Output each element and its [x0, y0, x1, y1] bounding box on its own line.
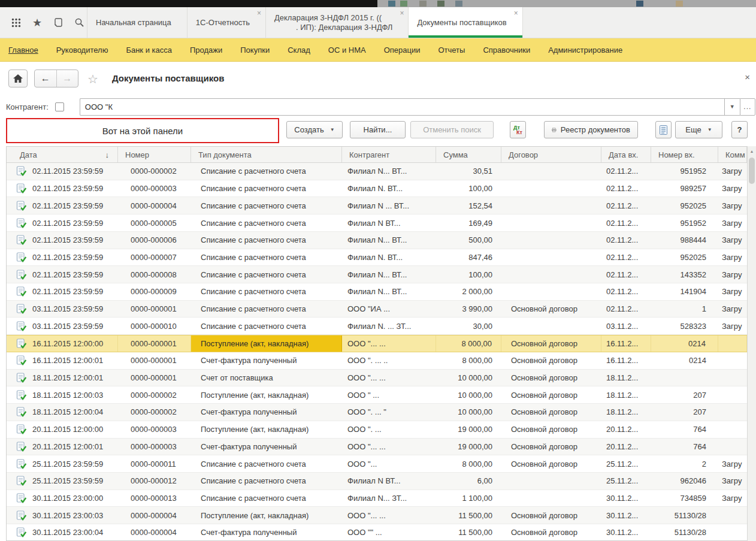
page-close-icon[interactable]: ×	[745, 72, 750, 82]
menu-item-3[interactable]: Продажи	[181, 46, 231, 55]
home-button[interactable]	[8, 69, 28, 87]
table-row[interactable]: 02.11.2015 23:59:59 0000-000007 Списание…	[7, 249, 747, 267]
cell-comment: Загру	[718, 301, 747, 318]
table-row[interactable]: 02.11.2015 23:59:59 0000-000003 Списание…	[7, 180, 747, 198]
table-row[interactable]: 18.11.2015 12:00:04 0000-000002 Счет-фак…	[7, 404, 747, 421]
cell-doc-type: Списание с расчетного счета	[191, 180, 342, 197]
table-row[interactable]: 03.11.2015 23:59:59 0000-000010 Списание…	[7, 318, 747, 335]
table-row[interactable]: 18.11.2015 12:00:03 0000-000002 Поступле…	[7, 386, 747, 404]
table-row[interactable]: 02.11.2015 23:59:59 0000-000004 Списание…	[7, 197, 747, 214]
cell-counterparty: Филиал N. ВТ...	[342, 249, 436, 266]
create-button[interactable]: Создать ▼	[286, 121, 343, 138]
menu-item-8[interactable]: Отчеты	[429, 46, 474, 55]
cell-date-in: 03.11.2...	[601, 318, 651, 334]
table-row[interactable]: 30.11.2015 23:00:04 0000-000004 Счет-фак…	[7, 524, 747, 541]
menu-grid-icon[interactable]	[10, 17, 22, 29]
cell-number-in: 0214	[651, 352, 718, 369]
cell-number: 0000-000012	[118, 473, 191, 489]
scrollbar-thumb[interactable]	[749, 158, 755, 184]
menu-item-1[interactable]: Руководителю	[47, 46, 117, 55]
cell-comment	[718, 404, 747, 421]
table-row[interactable]: 20.11.2015 12:00:01 0000-000003 Счет-фак…	[7, 439, 747, 456]
table-row[interactable]: 18.11.2015 12:00:01 0000-000001 Счет от …	[7, 370, 747, 387]
tab-close-icon[interactable]: ×	[257, 10, 261, 16]
history-icon[interactable]	[52, 17, 64, 29]
column-header-counterparty[interactable]: Контрагент	[342, 147, 436, 162]
cell-contract	[501, 163, 601, 180]
table-row[interactable]: 02.11.2015 23:59:59 0000-000008 Списание…	[7, 266, 747, 283]
cell-contract	[501, 318, 601, 334]
column-header-contract[interactable]: Договор	[501, 147, 601, 162]
cell-counterparty: Филиал N. ... ЗТ...	[342, 318, 436, 334]
table-row[interactable]: 25.11.2015 23:59:59 0000-000011 Списание…	[7, 455, 747, 473]
table-row[interactable]: 20.11.2015 12:00:00 0000-000003 Поступле…	[7, 421, 747, 439]
tab-declaration-3ndfl[interactable]: Декларация 3-НДФЛ 2015 г. (( . ИП): Декл…	[265, 7, 408, 38]
search-icon[interactable]	[73, 17, 85, 29]
documents-table: Дата ↓ Номер Тип документа Контрагент Су…	[6, 146, 747, 541]
forward-button[interactable]: →	[57, 70, 78, 87]
counterparty-checkbox[interactable]	[55, 102, 64, 111]
tab-home-page[interactable]: Начальная страница	[87, 7, 187, 38]
cell-number-in: 528323	[651, 318, 718, 334]
table-row[interactable]: 02.11.2015 23:59:59 0000-000006 Списание…	[7, 232, 747, 249]
column-header-number-in[interactable]: Номер вх.	[651, 147, 718, 162]
table-row[interactable]: 16.11.2015 12:00:01 0000-000001 Счет-фак…	[7, 352, 747, 370]
cell-date: 16.11.2015 12:00:00	[32, 339, 103, 348]
cell-counterparty: ООО "... ...	[342, 370, 436, 386]
help-button[interactable]: ?	[731, 121, 748, 138]
scroll-up-icon[interactable]: ▲	[748, 146, 756, 156]
menu-item-0[interactable]: Главное	[8, 46, 47, 55]
column-header-doc-type[interactable]: Тип документа	[191, 147, 342, 162]
taskbar-icon	[400, 1, 407, 7]
column-header-sum[interactable]: Сумма	[436, 147, 501, 162]
column-header-date-in[interactable]: Дата вх.	[601, 147, 651, 162]
table-row[interactable]: 16.11.2015 12:00:00 0000-000001 Поступле…	[7, 335, 747, 352]
print-list-button[interactable]	[655, 121, 672, 138]
cell-sum: 10 000,00	[436, 404, 501, 421]
cell-comment: Загру	[718, 318, 747, 334]
counterparty-input[interactable]: ООО "К	[80, 98, 724, 116]
table-row[interactable]: 25.11.2015 23:59:59 0000-000012 Списание…	[7, 473, 747, 490]
find-button[interactable]: Найти...	[350, 121, 406, 138]
cell-counterparty: Филиал N. ВТ...	[342, 180, 436, 197]
table-row[interactable]: 03.11.2015 23:59:59 0000-000001 Списание…	[7, 301, 747, 318]
table-row[interactable]: 02.11.2015 23:59:59 0000-000002 Списание…	[7, 163, 747, 180]
tab-supplier-documents[interactable]: Документы поставщиков ×	[408, 7, 522, 38]
tab-close-icon[interactable]: ×	[514, 10, 518, 16]
menu-item-7[interactable]: Операции	[375, 46, 430, 55]
column-header-number[interactable]: Номер	[118, 147, 191, 162]
table-row[interactable]: 30.11.2015 23:00:03 0000-000004 Поступле…	[7, 507, 747, 524]
counterparty-dropdown-icon[interactable]: ▼	[724, 98, 740, 116]
menu-item-4[interactable]: Покупки	[231, 46, 279, 55]
cell-counterparty: Филиал N... ЗТ...	[342, 490, 436, 507]
menu-item-2[interactable]: Банк и касса	[117, 46, 181, 55]
counterparty-choose-button[interactable]: ...	[740, 98, 755, 116]
menu-item-6[interactable]: ОС и НМА	[319, 46, 375, 55]
cell-date: 20.11.2015 12:00:01	[32, 442, 103, 451]
cell-date-in: 30.11.2...	[601, 490, 651, 507]
os-top-strip	[0, 0, 756, 7]
cell-number-in: 962046	[651, 473, 718, 489]
tab-1c-reporting[interactable]: 1С-Отчетность ×	[187, 7, 265, 38]
menu-item-10[interactable]: Администрирование	[539, 46, 631, 55]
vertical-scrollbar[interactable]: ▲	[747, 146, 756, 541]
show-postings-dtkt-button[interactable]: Дт Кт	[510, 121, 526, 138]
menu-item-5[interactable]: Склад	[279, 46, 319, 55]
menu-item-9[interactable]: Справочники	[474, 46, 539, 55]
table-row[interactable]: 02.11.2015 23:59:59 0000-000009 Списание…	[7, 283, 747, 301]
document-registry-button[interactable]: Реестр документов	[544, 121, 638, 138]
back-button[interactable]: ←	[35, 70, 57, 87]
more-button[interactable]: Еще ▼	[675, 121, 722, 138]
add-to-favorites-star-icon[interactable]: ☆	[87, 72, 98, 86]
cell-doc-type: Списание с расчетного счета	[191, 232, 342, 249]
table-row[interactable]: 30.11.2015 23:00:00 0000-000013 Списание…	[7, 490, 747, 507]
table-row[interactable]: 02.11.2015 23:59:59 0000-000005 Списание…	[7, 214, 747, 232]
taskbar-icon	[636, 1, 643, 7]
cell-sum: 11 500,00	[436, 524, 501, 541]
printer-icon	[552, 126, 557, 134]
favorites-star-icon[interactable]: ★	[31, 17, 43, 29]
column-header-comment[interactable]: Комм	[718, 147, 747, 162]
tab-close-icon[interactable]: ×	[400, 10, 404, 16]
column-header-date[interactable]: Дата ↓	[7, 147, 118, 162]
cell-comment: Загру	[718, 249, 747, 266]
